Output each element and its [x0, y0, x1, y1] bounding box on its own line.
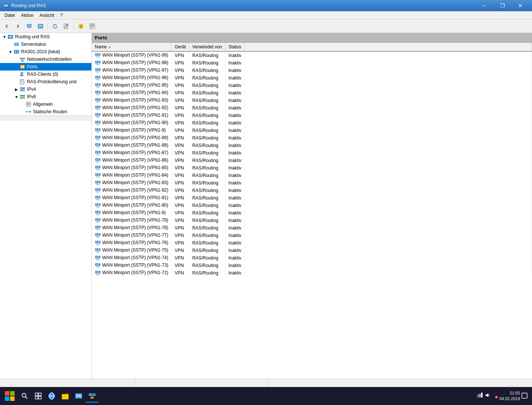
tree-expand-ipv6[interactable]: ▼: [13, 94, 19, 100]
table-row[interactable]: WAN Miniport (SSTP) (VPN1-75)VPNRAS/Rout…: [92, 247, 532, 254]
tree-item-root[interactable]: ▼ Routing und RAS: [0, 33, 91, 40]
tree-expand-ras01[interactable]: ▼: [7, 49, 13, 55]
tree-item-statische[interactable]: Statische Routen: [0, 108, 91, 116]
tree-item-ports[interactable]: Ports: [0, 63, 91, 70]
ports-table-container[interactable]: Name ▼ Gerät Verwendet von Status WAN Mi…: [92, 43, 532, 379]
taskbar-explorer-icon[interactable]: [58, 389, 72, 403]
network-error-icon[interactable]: [492, 393, 498, 399]
tree-item-ipv6[interactable]: ▼ IPv6 IPv6: [0, 93, 91, 100]
cell-status: Inaktiv: [225, 172, 245, 179]
svg-rect-177: [96, 242, 98, 243]
close-button[interactable]: ✕: [512, 0, 529, 11]
maximize-button[interactable]: ❐: [494, 0, 511, 11]
cell-verwendetvon: RAS/Routing: [189, 142, 225, 149]
taskview-button[interactable]: [31, 389, 45, 403]
table-row[interactable]: WAN Miniport (SSTP) (VPN1-8)VPNRAS/Routi…: [92, 209, 532, 217]
table-row[interactable]: WAN Miniport (SSTP) (VPN1-79)VPNRAS/Rout…: [92, 217, 532, 224]
table-row[interactable]: WAN Miniport (SSTP) (VPN1-90)VPNRAS/Rout…: [92, 119, 532, 127]
table-row[interactable]: WAN Miniport (SSTP) (VPN1-82)VPNRAS/Rout…: [92, 187, 532, 194]
table-row[interactable]: WAN Miniport (SSTP) (VPN1-72)VPNRAS/Rout…: [92, 269, 532, 277]
table-row[interactable]: WAN Miniport (SSTP) (VPN1-88)VPNRAS/Rout…: [92, 142, 532, 149]
table-row[interactable]: WAN Miniport (SSTP) (VPN1-73)VPNRAS/Rout…: [92, 262, 532, 269]
cell-geraet: VPN: [172, 157, 189, 164]
tree-item-rasprotokoll[interactable]: RAS-Protokollierung und: [0, 78, 91, 86]
menu-aktion[interactable]: Aktion: [18, 12, 36, 19]
cell-name: WAN Miniport (SSTP) (VPN1-85): [92, 164, 172, 172]
col-header-verwendetvon[interactable]: Verwendet von: [189, 43, 225, 51]
cell-extra: [245, 74, 532, 82]
table-row[interactable]: WAN Miniport (SSTP) (VPN1-95)VPNRAS/Rout…: [92, 82, 532, 89]
tree-item-allgemein[interactable]: Allgemein: [0, 100, 91, 108]
cell-name-text: WAN Miniport (SSTP) (VPN1-96): [102, 75, 168, 80]
back-button[interactable]: [1, 21, 12, 32]
col-header-geraet[interactable]: Gerät: [172, 43, 189, 51]
svg-line-206: [25, 397, 27, 399]
svg-rect-132: [96, 174, 98, 175]
table-row[interactable]: WAN Miniport (SSTP) (VPN1-97)VPNRAS/Rout…: [92, 67, 532, 74]
forward-button[interactable]: [13, 21, 23, 32]
table-row[interactable]: WAN Miniport (SSTP) (VPN1-91)VPNRAS/Rout…: [92, 112, 532, 119]
col-header-status[interactable]: Status: [225, 43, 245, 51]
taskbar-ie-icon[interactable]: [45, 389, 58, 403]
cell-extra: [245, 254, 532, 262]
svg-rect-143: [99, 188, 100, 191]
tree-item-netzwerk[interactable]: Netzwerkschnittstellen: [0, 56, 91, 63]
cell-name-text: WAN Miniport (SSTP) (VPN1-75): [102, 248, 168, 253]
tree-item-serverstatus[interactable]: Serverstatus: [0, 40, 91, 48]
cell-verwendetvon: RAS/Routing: [189, 202, 225, 209]
table-row[interactable]: WAN Miniport (SSTP) (VPN1-78)VPNRAS/Rout…: [92, 224, 532, 232]
table-row[interactable]: WAN Miniport (SSTP) (VPN1-94)VPNRAS/Rout…: [92, 89, 532, 97]
table-row[interactable]: WAN Miniport (SSTP) (VPN1-9)VPNRAS/Routi…: [92, 127, 532, 134]
cell-verwendetvon: RAS/Routing: [189, 179, 225, 187]
table-row[interactable]: WAN Miniport (SSTP) (VPN1-98)VPNRAS/Rout…: [92, 59, 532, 67]
table-row[interactable]: WAN Miniport (SSTP) (VPN1-92)VPNRAS/Rout…: [92, 104, 532, 112]
start-button[interactable]: [1, 388, 18, 404]
table-row[interactable]: WAN Miniport (SSTP) (VPN1-86)VPNRAS/Rout…: [92, 157, 532, 164]
table-row[interactable]: WAN Miniport (SSTP) (VPN1-99)VPNRAS/Rout…: [92, 51, 532, 59]
table-row[interactable]: WAN Miniport (SSTP) (VPN1-93)VPNRAS/Rout…: [92, 97, 532, 104]
taskbar-clock[interactable]: 21:55 04.02.2019: [499, 390, 520, 402]
table-row[interactable]: WAN Miniport (SSTP) (VPN1-74)VPNRAS/Rout…: [92, 254, 532, 262]
cell-name-text: WAN Miniport (SSTP) (VPN1-97): [102, 68, 168, 73]
tree-item-rasclients[interactable]: RAS-Clients (0): [0, 70, 91, 78]
tree-item-ras01[interactable]: ▼ RAS01-2019 (lokal): [0, 48, 91, 56]
network-icon[interactable]: [477, 392, 483, 400]
up-button[interactable]: [24, 21, 34, 32]
table-row[interactable]: WAN Miniport (SSTP) (VPN1-84)VPNRAS/Rout…: [92, 172, 532, 179]
minimize-button[interactable]: ─: [476, 0, 493, 11]
sidebar-scroll[interactable]: [0, 116, 91, 121]
menu-datei[interactable]: Datei: [1, 12, 18, 19]
taskbar-app1-icon[interactable]: [72, 389, 85, 403]
menu-ansicht[interactable]: Ansicht: [36, 12, 57, 19]
row-port-icon: [95, 172, 101, 178]
cell-name: WAN Miniport (SSTP) (VPN1-79): [92, 217, 172, 224]
table-row[interactable]: WAN Miniport (SSTP) (VPN1-89)VPNRAS/Rout…: [92, 134, 532, 142]
table-row[interactable]: WAN Miniport (SSTP) (VPN1-81)VPNRAS/Rout…: [92, 194, 532, 202]
table-row[interactable]: WAN Miniport (SSTP) (VPN1-80)VPNRAS/Rout…: [92, 202, 532, 209]
svg-rect-36: [20, 80, 24, 84]
tree-item-ipv4[interactable]: ▶ IPv4 IPv4: [0, 86, 91, 93]
taskbar-ras-icon[interactable]: [85, 389, 99, 403]
refresh-button[interactable]: [50, 21, 60, 32]
taskbar-search-button[interactable]: [18, 389, 31, 403]
notification-icon[interactable]: [522, 393, 528, 399]
col-header-name[interactable]: Name ▼: [92, 43, 172, 51]
svg-rect-127: [96, 166, 98, 168]
table-row[interactable]: WAN Miniport (SSTP) (VPN1-83)VPNRAS/Rout…: [92, 179, 532, 187]
menu-help[interactable]: ?: [57, 12, 66, 19]
table-row[interactable]: WAN Miniport (SSTP) (VPN1-87)VPNRAS/Rout…: [92, 149, 532, 157]
table-row[interactable]: WAN Miniport (SSTP) (VPN1-77)VPNRAS/Rout…: [92, 232, 532, 239]
table-row[interactable]: WAN Miniport (SSTP) (VPN1-85)VPNRAS/Rout…: [92, 164, 532, 172]
tree-expand-root[interactable]: ▼: [1, 34, 7, 40]
volume-icon[interactable]: [484, 392, 490, 400]
cell-verwendetvon: RAS/Routing: [189, 127, 225, 134]
tree-expand-ipv4[interactable]: ▶: [13, 86, 19, 92]
properties-button[interactable]: [87, 21, 97, 32]
help-button[interactable]: ?: [76, 21, 86, 32]
tree-label-ipv6: IPv6: [27, 94, 36, 99]
export-button[interactable]: [61, 21, 72, 32]
svg-rect-133: [99, 173, 100, 176]
table-row[interactable]: WAN Miniport (SSTP) (VPN1-96)VPNRAS/Rout…: [92, 74, 532, 82]
table-row[interactable]: WAN Miniport (SSTP) (VPN1-76)VPNRAS/Rout…: [92, 239, 532, 247]
show-console-button[interactable]: [35, 21, 46, 32]
